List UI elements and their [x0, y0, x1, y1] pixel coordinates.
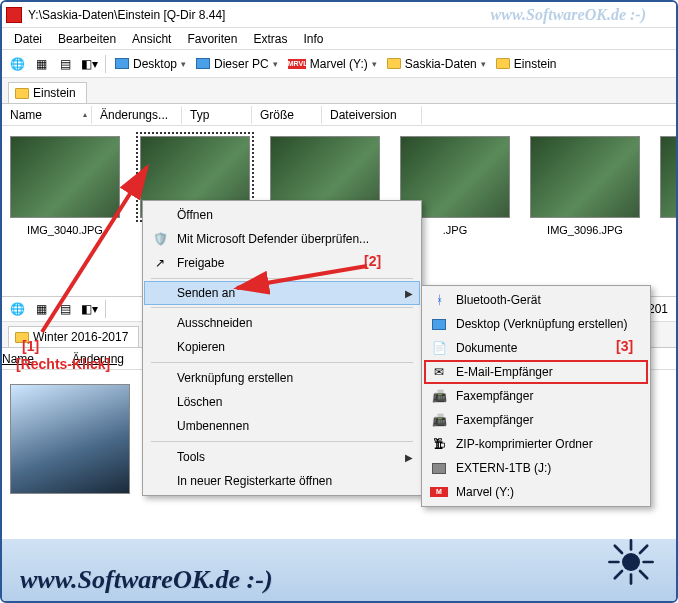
toolbar-separator: [105, 300, 106, 318]
watermark-bottom: www.SoftwareOK.de :-): [20, 565, 273, 595]
menu-favoriten[interactable]: Favoriten: [179, 30, 245, 48]
ctx-separator: [151, 278, 413, 279]
toolbar-separator: [105, 55, 106, 73]
document-icon: 📄: [430, 341, 448, 355]
file-item[interactable]: IMG_3097.: [660, 136, 676, 286]
ctx-delete[interactable]: Löschen: [145, 390, 419, 414]
ctx-defender[interactable]: 🛡️Mit Microsoft Defender überprüfen...: [145, 227, 419, 251]
ctx-send-to[interactable]: Senden an▶: [144, 281, 420, 305]
ctx-newtab[interactable]: In neuer Registerkarte öffnen: [145, 469, 419, 493]
app-icon: [6, 7, 22, 23]
toolbar-palette-icon[interactable]: ◧▾: [78, 53, 100, 75]
col-name2[interactable]: Name: [2, 352, 72, 366]
menu-ansicht[interactable]: Ansicht: [124, 30, 179, 48]
ctx-separator: [151, 307, 413, 308]
tab-einstein[interactable]: Einstein: [8, 82, 87, 103]
ctx-separator: [151, 362, 413, 363]
col-size[interactable]: Größe: [252, 106, 322, 124]
crumb-desktop[interactable]: Desktop▾: [111, 57, 190, 71]
bluetooth-icon: ᚼ: [430, 293, 448, 307]
monitor-icon: [196, 58, 210, 69]
ctx-separator: [151, 441, 413, 442]
svg-line-7: [615, 546, 622, 553]
ctx-copy[interactable]: Kopieren: [145, 335, 419, 359]
folder-icon: [496, 58, 510, 69]
menubar: Datei Bearbeiten Ansicht Favoriten Extra…: [2, 28, 676, 50]
crumb-marvel[interactable]: MRVLMarvel (Y:)▾: [284, 57, 381, 71]
toolbar-globe-icon[interactable]: 🌐: [6, 298, 28, 320]
sendto-desktop[interactable]: Desktop (Verknüpfung erstellen): [424, 312, 648, 336]
marvel-icon: M: [430, 487, 448, 497]
svg-line-8: [640, 571, 647, 578]
file-item[interactable]: IMG_3096.JPG: [530, 136, 640, 286]
svg-line-9: [640, 546, 647, 553]
ctx-open[interactable]: Öffnen: [145, 203, 419, 227]
ctx-tools[interactable]: Tools▶: [145, 445, 419, 469]
folder-icon: [387, 58, 401, 69]
share-icon: ↗: [151, 256, 169, 270]
folder-icon: [15, 332, 29, 343]
toolbar-layout-icon[interactable]: ▦: [30, 53, 52, 75]
menu-bearbeiten[interactable]: Bearbeiten: [50, 30, 124, 48]
marvel-icon: MRVL: [288, 59, 306, 69]
ctx-shortcut[interactable]: Verknüpfung erstellen: [145, 366, 419, 390]
zip-icon: 🗜: [430, 437, 448, 451]
toolbar-globe-icon[interactable]: 🌐: [6, 53, 28, 75]
col-date[interactable]: Änderungs...: [92, 106, 182, 124]
sendto-email[interactable]: ✉E-Mail-Empfänger: [424, 360, 648, 384]
toolbar-grid-icon[interactable]: ▤: [54, 298, 76, 320]
fax-icon: 📠: [430, 413, 448, 427]
context-submenu-sendto: ᚼBluetooth-Gerät Desktop (Verknüpfung er…: [421, 285, 651, 507]
toolbar: 🌐 ▦ ▤ ◧▾ Desktop▾ Dieser PC▾ MRVLMarvel …: [2, 50, 676, 78]
sendto-marvel[interactable]: MMarvel (Y:): [424, 480, 648, 504]
watermark-top: www.SoftwareOK.de :-): [491, 6, 646, 24]
tabrow-pane1: Einstein: [2, 78, 676, 104]
ctx-share[interactable]: ↗Freigabe: [145, 251, 419, 275]
sendto-zip[interactable]: 🗜ZIP-komprimierter Ordner: [424, 432, 648, 456]
crumb-saskia[interactable]: Saskia-Daten▾: [383, 57, 490, 71]
col-type[interactable]: Typ: [182, 106, 252, 124]
drive-icon: [430, 463, 448, 474]
monitor-icon: [115, 58, 129, 69]
file-item[interactable]: [10, 384, 130, 494]
context-menu: Öffnen 🛡️Mit Microsoft Defender überprüf…: [142, 200, 422, 496]
toolbar-palette-icon[interactable]: ◧▾: [78, 298, 100, 320]
crumb-pc[interactable]: Dieser PC▾: [192, 57, 282, 71]
chevron-right-icon: ▶: [405, 288, 413, 299]
chevron-right-icon: ▶: [405, 452, 413, 463]
sendto-extern[interactable]: EXTERN-1TB (J:): [424, 456, 648, 480]
svg-point-2: [622, 553, 640, 571]
toolbar-layout-icon[interactable]: ▦: [30, 298, 52, 320]
menu-datei[interactable]: Datei: [6, 30, 50, 48]
menu-info[interactable]: Info: [295, 30, 331, 48]
svg-line-10: [615, 571, 622, 578]
shield-icon: 🛡️: [151, 232, 169, 246]
sendto-fax1[interactable]: 📠Faxempfänger: [424, 384, 648, 408]
crumb-einstein[interactable]: Einstein: [492, 57, 561, 71]
col-name[interactable]: Name▴: [2, 106, 92, 124]
logo-spinner-icon: [604, 535, 658, 589]
file-item[interactable]: IMG_3040.JPG: [10, 136, 120, 286]
fax-icon: 📠: [430, 389, 448, 403]
folder-icon: [15, 88, 29, 99]
ctx-cut[interactable]: Ausschneiden: [145, 311, 419, 335]
toolbar-grid-icon[interactable]: ▤: [54, 53, 76, 75]
menu-extras[interactable]: Extras: [245, 30, 295, 48]
ctx-rename[interactable]: Umbenennen: [145, 414, 419, 438]
sendto-documents[interactable]: 📄Dokumente: [424, 336, 648, 360]
tab-winter[interactable]: Winter 2016-2017: [8, 326, 139, 347]
col-version[interactable]: Dateiversion: [322, 106, 422, 124]
sendto-fax2[interactable]: 📠Faxempfänger: [424, 408, 648, 432]
sendto-bluetooth[interactable]: ᚼBluetooth-Gerät: [424, 288, 648, 312]
columns-pane1: Name▴ Änderungs... Typ Größe Dateiversio…: [2, 104, 676, 126]
desktop-icon: [430, 319, 448, 330]
mail-icon: ✉: [430, 365, 448, 379]
